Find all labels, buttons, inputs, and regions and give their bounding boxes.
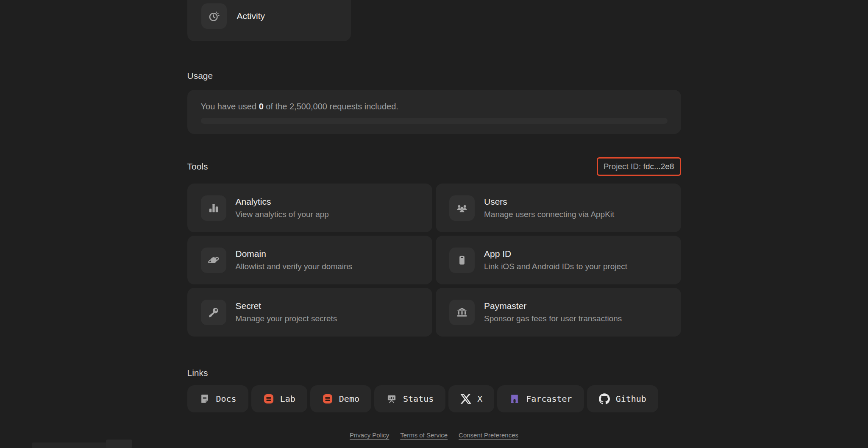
- tool-title: App ID: [484, 249, 627, 259]
- tools-heading: Tools: [187, 161, 208, 172]
- link-label: Docs: [216, 394, 236, 404]
- farcaster-icon: [509, 393, 520, 404]
- link-button-demo[interactable]: Demo: [310, 385, 371, 412]
- usage-text: You have used 0 of the 2,500,000 request…: [201, 102, 668, 111]
- usage-prefix: You have used: [201, 102, 259, 111]
- link-label: Lab: [280, 394, 295, 404]
- link-label: Status: [403, 394, 434, 404]
- tool-card-users[interactable]: Users Manage users connecting via AppKit: [436, 184, 681, 232]
- tools-header: Tools Project ID: fdc...2e8: [187, 157, 681, 176]
- link-label: Github: [616, 394, 646, 404]
- tool-card-domain[interactable]: Domain Allowlist and verify your domains: [187, 236, 433, 284]
- link-label: Demo: [339, 394, 359, 404]
- tool-title: Domain: [236, 249, 353, 259]
- tool-card-analytics[interactable]: Analytics View analytics of your app: [187, 184, 433, 232]
- key-icon: [201, 300, 226, 325]
- phone-icon: [449, 248, 475, 273]
- github-icon: [599, 393, 610, 404]
- tool-description: View analytics of your app: [236, 210, 329, 219]
- main-content: Activity Usage You have used 0 of the 2,…: [187, 0, 681, 439]
- footer-links: Privacy Policy Terms of Service Consent …: [187, 431, 681, 439]
- status-board-icon: [386, 393, 397, 404]
- project-id-value[interactable]: fdc...2e8: [643, 162, 674, 171]
- tool-description: Sponsor gas fees for user transactions: [484, 314, 622, 323]
- tool-description: Manage users connecting via AppKit: [484, 210, 614, 219]
- tools-grid: Analytics View analytics of your app Use…: [187, 184, 681, 337]
- tool-title: Paymaster: [484, 301, 622, 311]
- link-button-farcaster[interactable]: Farcaster: [497, 385, 584, 412]
- project-id-annotation[interactable]: Project ID: fdc...2e8: [597, 157, 681, 176]
- obscured-bottom-widget: [25, 439, 153, 448]
- reown-logo-icon: [322, 393, 333, 404]
- link-button-x[interactable]: X: [448, 385, 494, 412]
- document-icon: [199, 393, 210, 404]
- link-label: X: [477, 394, 482, 404]
- link-button-lab[interactable]: Lab: [251, 385, 307, 412]
- usage-progress-bar: [201, 118, 668, 124]
- activity-label: Activity: [237, 11, 265, 21]
- footer-link-terms-of-service[interactable]: Terms of Service: [400, 431, 448, 439]
- tool-description: Link iOS and Android IDs to your project: [484, 262, 627, 271]
- link-button-docs[interactable]: Docs: [187, 385, 248, 412]
- usage-heading: Usage: [187, 71, 681, 81]
- project-id-label: Project ID:: [604, 162, 643, 171]
- tool-title: Secret: [236, 301, 337, 311]
- bar-chart-icon: [201, 195, 226, 221]
- bank-icon: [449, 300, 475, 325]
- timer-icon: [201, 3, 227, 29]
- link-button-status[interactable]: Status: [374, 385, 445, 412]
- footer-link-consent-preferences[interactable]: Consent Preferences: [459, 431, 518, 439]
- users-icon: [449, 195, 475, 221]
- links-heading: Links: [187, 368, 681, 378]
- planet-icon: [201, 248, 226, 273]
- tool-card-paymaster[interactable]: Paymaster Sponsor gas fees for user tran…: [436, 288, 681, 337]
- obscured-widget-part: [106, 440, 132, 448]
- tool-card-app-id[interactable]: App ID Link iOS and Android IDs to your …: [436, 236, 681, 284]
- footer-link-privacy-policy[interactable]: Privacy Policy: [350, 431, 389, 439]
- usage-used-count: 0: [259, 102, 264, 111]
- usage-suffix: of the 2,500,000 requests included.: [264, 102, 398, 111]
- tool-title: Analytics: [236, 197, 329, 207]
- obscured-widget-part: [32, 442, 112, 448]
- reown-logo-icon: [263, 393, 274, 404]
- tool-card-secret[interactable]: Secret Manage your project secrets: [187, 288, 433, 337]
- tool-description: Allowlist and verify your domains: [236, 262, 353, 271]
- tool-title: Users: [484, 197, 614, 207]
- x-logo-icon: [460, 393, 471, 404]
- links-row: Docs Lab Demo Status X Farcaster Github: [187, 385, 681, 412]
- usage-card: You have used 0 of the 2,500,000 request…: [187, 90, 681, 134]
- activity-menu-item[interactable]: Activity: [187, 0, 351, 41]
- link-label: Farcaster: [526, 394, 572, 404]
- tool-description: Manage your project secrets: [236, 314, 337, 323]
- link-button-github[interactable]: Github: [587, 385, 658, 412]
